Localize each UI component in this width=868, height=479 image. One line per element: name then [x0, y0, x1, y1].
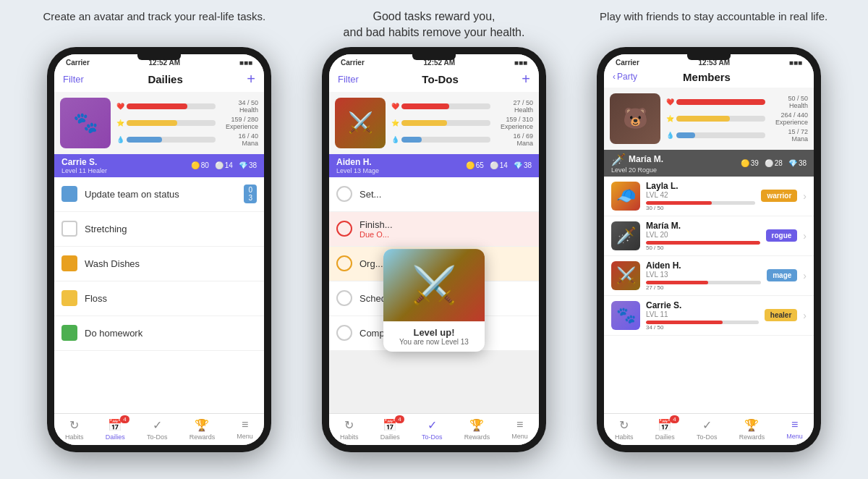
todo-item-2[interactable]: Finish... Due O... [329, 212, 539, 247]
member-role-layla: warrior [761, 190, 797, 202]
nav-todos-2[interactable]: ✓ To-Dos [422, 418, 443, 441]
task-text-wash: Wash Dishes [85, 258, 257, 269]
exp-fill-1 [127, 120, 177, 126]
menu-label-3: Menu [786, 433, 803, 440]
health-label-2: 27 / 50 Health [493, 99, 533, 114]
rewards-icon-1: 🏆 [195, 418, 209, 432]
member-info-maria: María M. LVL 20 50 / 50 [646, 221, 760, 251]
todo-check-2[interactable] [336, 221, 352, 237]
char-info-3: 🗡️ María M. Level 20 Rogue 🟡 39 ⚪ 28 💎 3… [604, 150, 814, 177]
todos-icon-1: ✓ [153, 418, 162, 432]
star-icon-3: ⭐ [666, 115, 673, 122]
member-carrie[interactable]: 🐾 Carrie S. LVL 11 34 / 50 healer › [604, 296, 814, 336]
task-item-3[interactable]: Wash Dishes [54, 247, 264, 281]
exp-bar-3 [676, 116, 765, 122]
party-nav-header: ‹ Party Members [604, 68, 814, 88]
task-check-5[interactable] [61, 325, 77, 341]
add-button-2[interactable]: + [522, 71, 530, 88]
todo-check-3[interactable] [336, 255, 352, 271]
phone-todos: Carrier 12:52 AM ■■■ Filter To-Dos + ⚔️ … [322, 47, 546, 452]
todo-text-1: Set... [359, 189, 532, 200]
battery-icons-2: ■■■ [514, 59, 527, 67]
todo-check-1[interactable] [336, 186, 352, 202]
mana-row-2: 💧 16 / 69 Mana [391, 132, 533, 147]
member-maria[interactable]: 🗡️ María M. LVL 20 50 / 50 rogue › [604, 216, 814, 256]
nav-header-2: Filter To-Dos + [329, 68, 539, 92]
member-hp-count-maria: 50 / 50 [646, 245, 760, 251]
nav-habits-3[interactable]: ↻ Habits [615, 418, 634, 441]
phone-party: Carrier 12:53 AM ■■■ ‹ Party Members 🐻 [597, 47, 821, 452]
task-check-2[interactable] [61, 221, 77, 237]
habits-icon-2: ↻ [344, 418, 354, 432]
avatar-section-2: ⚔️ ❤️ 27 / 50 Health ⭐ [329, 92, 539, 154]
add-button-1[interactable]: + [247, 71, 255, 88]
nav-menu-1[interactable]: ≡ Menu [237, 418, 253, 440]
nav-todos-1[interactable]: ✓ To-Dos [147, 418, 168, 441]
phones-container: Carrier 12:52 AM ■■■ Filter Dailies + 🐾 … [0, 47, 868, 479]
nav-habits-1[interactable]: ↻ Habits [65, 418, 84, 441]
member-avatar-layla: 🧢 [611, 182, 640, 211]
todos-icon-2: ✓ [427, 418, 437, 432]
drop-icon-3: 💧 [666, 132, 673, 139]
habits-icon-3: ↻ [619, 418, 629, 432]
avatar-section-3: 🐻 ❤️ 50 / 50 Health ⭐ [604, 88, 814, 150]
member-name-aiden: Aiden H. [646, 260, 761, 271]
todo-list-container: Set... Finish... Due O... Org... [329, 177, 539, 413]
party-back-button[interactable]: ‹ Party [613, 72, 637, 82]
health-fill-2 [401, 103, 449, 109]
nav-rewards-3[interactable]: 🏆 Rewards [739, 418, 765, 441]
task-item-1[interactable]: Update team on status 03 [54, 177, 264, 212]
task-item-4[interactable]: Floss [54, 281, 264, 316]
todo-check-4[interactable] [336, 290, 352, 306]
avatar-stats-1: ❤️ 34 / 50 Health ⭐ 159 / 280 Experience [116, 98, 258, 148]
member-role-carrie: healer [765, 309, 797, 321]
exp-bar-2 [401, 120, 490, 126]
member-lvl-aiden: LVL 13 [646, 271, 761, 279]
habits-icon-1: ↻ [69, 418, 79, 432]
bottom-nav-2: ↻ Habits 📅 4 Dailies ✓ To-Dos 🏆 Rewards [329, 413, 539, 445]
health-fill-1 [127, 103, 187, 109]
todo-item-1[interactable]: Set... [329, 177, 539, 212]
member-aiden[interactable]: ⚔️ Aiden H. LVL 13 27 / 50 mage › [604, 256, 814, 296]
nav-menu-2[interactable]: ≡ Menu [511, 418, 528, 440]
tagline-3: Play with friends to stay accountable in… [574, 9, 854, 24]
menu-label-2: Menu [511, 433, 528, 440]
char-currency-3: 🟡 39 ⚪ 28 💎 38 [741, 159, 807, 167]
nav-habits-2[interactable]: ↻ Habits [340, 418, 359, 441]
member-role-aiden: mage [767, 269, 797, 281]
task-text-4: Floss [85, 293, 257, 304]
nav-rewards-2[interactable]: 🏆 Rewards [464, 418, 490, 441]
health-label-1: 34 / 50 Health [218, 99, 258, 114]
member-layla[interactable]: 🧢 Layla L. LVL 42 30 / 50 warrior › [604, 177, 814, 216]
nav-dailies-2[interactable]: 📅 4 Dailies [380, 418, 400, 441]
taglines-row: Create an avatar and track your real-lif… [0, 0, 868, 47]
exp-fill-2 [401, 120, 447, 126]
todo-check-5[interactable] [336, 325, 352, 341]
nav-todos-3[interactable]: ✓ To-Dos [697, 418, 718, 441]
dailies-label-3: Dailies [655, 433, 675, 441]
members-list: 🧢 Layla L. LVL 42 30 / 50 warrior › [604, 177, 814, 413]
member-hp-count-layla: 30 / 50 [646, 205, 755, 211]
chevron-left-icon: ‹ [613, 72, 616, 82]
chevron-right-maria: › [803, 230, 807, 242]
phone-notch-2 [412, 54, 456, 60]
rewards-icon-2: 🏆 [469, 418, 484, 432]
task-check-4[interactable] [61, 290, 77, 306]
task-check-3[interactable] [61, 255, 77, 271]
task-item-2[interactable]: Stretching [54, 212, 264, 247]
task-item-5[interactable]: Do homework [54, 316, 264, 351]
filter-button-2[interactable]: Filter [338, 74, 359, 85]
task-check-1[interactable] [61, 186, 77, 202]
member-info-carrie: Carrie S. LVL 11 34 / 50 [646, 300, 759, 331]
nav-menu-3[interactable]: ≡ Menu [786, 418, 803, 440]
mana-fill-3 [676, 132, 695, 138]
mana-label-1: 16 / 40 Mana [218, 132, 258, 147]
filter-button-1[interactable]: Filter [63, 74, 84, 85]
nav-dailies-1[interactable]: 📅 4 Dailies [106, 418, 125, 441]
nav-rewards-1[interactable]: 🏆 Rewards [190, 418, 216, 441]
member-role-maria: rogue [766, 229, 798, 242]
member-hp-count-aiden: 27 / 50 [646, 284, 761, 291]
nav-dailies-3[interactable]: 📅 4 Dailies [655, 418, 675, 441]
member-lvl-carrie: LVL 11 [646, 310, 759, 318]
exp-label-3: 264 / 440 Experience [768, 111, 808, 126]
